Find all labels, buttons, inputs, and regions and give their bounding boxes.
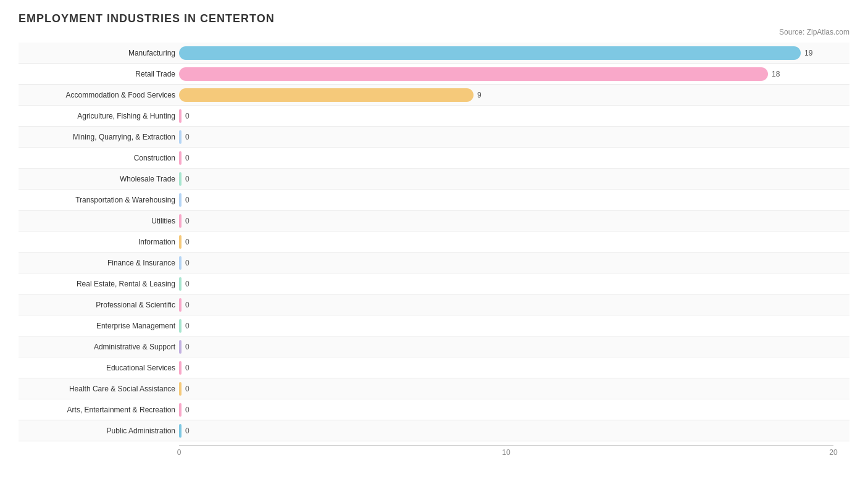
bar-label: Information	[19, 238, 179, 246]
bar-row: Enterprise Management0	[19, 315, 849, 336]
bar-container: 0	[179, 361, 849, 375]
bar-container: 0	[179, 298, 849, 312]
bar-value: 0	[185, 112, 190, 120]
bar-value: 0	[185, 133, 190, 141]
bar-container: 0	[179, 109, 849, 123]
bar-pill	[179, 46, 801, 60]
x-tick: 0	[177, 448, 182, 457]
bar-value: 0	[185, 364, 190, 372]
bar-label: Health Care & Social Assistance	[19, 385, 179, 393]
bar-pill	[179, 88, 474, 102]
bar-container: 0	[179, 277, 849, 291]
bar-row: Retail Trade18	[19, 64, 849, 85]
bar-pill	[179, 109, 182, 123]
bar-row: Information0	[19, 231, 849, 252]
bar-container: 19	[179, 46, 849, 60]
x-axis: 01020	[19, 445, 868, 446]
bar-label: Retail Trade	[19, 70, 179, 78]
bar-row: Agriculture, Fishing & Hunting0	[19, 106, 849, 127]
bar-row: Health Care & Social Assistance0	[19, 378, 849, 399]
bar-label: Public Administration	[19, 427, 179, 435]
chart-area: Manufacturing19Retail Trade18Accommodati…	[19, 43, 849, 446]
bar-label: Agriculture, Fishing & Hunting	[19, 112, 179, 120]
x-tick: 10	[502, 448, 510, 457]
bar-pill	[179, 172, 182, 186]
bar-row: Wholesale Trade0	[19, 169, 849, 190]
bar-pill	[179, 235, 182, 249]
bar-value: 0	[185, 175, 190, 183]
bar-pill	[179, 214, 182, 228]
bar-label: Arts, Entertainment & Recreation	[19, 406, 179, 414]
bar-value: 0	[185, 154, 190, 162]
bar-pill	[179, 382, 182, 396]
bar-value: 0	[185, 196, 190, 204]
bar-row: Manufacturing19	[19, 43, 849, 64]
chart-title: EMPLOYMENT INDUSTRIES IN CENTERTON	[19, 12, 849, 25]
bar-pill	[179, 361, 182, 375]
bar-pill	[179, 319, 182, 333]
bar-container: 9	[179, 88, 849, 102]
bar-container: 18	[179, 67, 849, 81]
bar-pill	[179, 277, 182, 291]
bar-row: Arts, Entertainment & Recreation0	[19, 399, 849, 420]
bar-container: 0	[179, 382, 849, 396]
source-text: Source: ZipAtlas.com	[19, 28, 849, 36]
bar-container: 0	[179, 130, 849, 144]
bar-value: 0	[185, 343, 190, 351]
bar-value: 0	[185, 301, 190, 309]
bar-pill	[179, 130, 182, 144]
bar-row: Finance & Insurance0	[19, 252, 849, 273]
bar-row: Professional & Scientific0	[19, 294, 849, 315]
bar-label: Manufacturing	[19, 49, 179, 57]
bar-container: 0	[179, 151, 849, 165]
bar-row: Public Administration0	[19, 420, 849, 441]
bar-container: 0	[179, 193, 849, 207]
bar-label: Enterprise Management	[19, 322, 179, 330]
bar-value: 0	[185, 259, 190, 267]
bar-label: Mining, Quarrying, & Extraction	[19, 133, 179, 141]
bar-pill	[179, 67, 768, 81]
bar-row: Transportation & Warehousing0	[19, 190, 849, 210]
bar-pill	[179, 193, 182, 207]
bar-value: 9	[477, 91, 482, 99]
bar-label: Educational Services	[19, 364, 179, 372]
bar-value: 0	[185, 280, 190, 288]
bar-container: 0	[179, 403, 849, 417]
bar-label: Finance & Insurance	[19, 259, 179, 267]
bar-row: Administrative & Support0	[19, 336, 849, 357]
bar-row: Accommodation & Food Services9	[19, 85, 849, 106]
bar-pill	[179, 403, 182, 417]
bar-label: Accommodation & Food Services	[19, 91, 179, 99]
bar-container: 0	[179, 214, 849, 228]
bar-value: 0	[185, 238, 190, 246]
bar-value: 0	[185, 217, 190, 225]
bar-pill	[179, 298, 182, 312]
bar-pill	[179, 151, 182, 165]
bar-value: 0	[185, 427, 190, 435]
bar-container: 0	[179, 319, 849, 333]
bar-container: 0	[179, 235, 849, 249]
bar-container: 0	[179, 340, 849, 354]
bar-label: Wholesale Trade	[19, 175, 179, 183]
x-tick: 20	[829, 448, 837, 457]
bar-container: 0	[179, 172, 849, 186]
bar-label: Transportation & Warehousing	[19, 196, 179, 204]
bar-value: 19	[804, 49, 812, 57]
bar-row: Educational Services0	[19, 357, 849, 378]
bar-row: Real Estate, Rental & Leasing0	[19, 273, 849, 294]
bar-row: Mining, Quarrying, & Extraction0	[19, 127, 849, 148]
bar-pill	[179, 256, 182, 270]
bar-value: 0	[185, 322, 190, 330]
bar-container: 0	[179, 256, 849, 270]
bar-value: 0	[185, 406, 190, 414]
bar-pill	[179, 340, 182, 354]
bar-pill	[179, 424, 182, 438]
bar-label: Administrative & Support	[19, 343, 179, 351]
bar-value: 18	[772, 70, 780, 78]
bar-label: Real Estate, Rental & Leasing	[19, 280, 179, 288]
bar-label: Construction	[19, 154, 179, 162]
bar-row: Construction0	[19, 148, 849, 169]
bar-container: 0	[179, 424, 849, 438]
bar-row: Utilities0	[19, 210, 849, 231]
bar-value: 0	[185, 385, 190, 393]
